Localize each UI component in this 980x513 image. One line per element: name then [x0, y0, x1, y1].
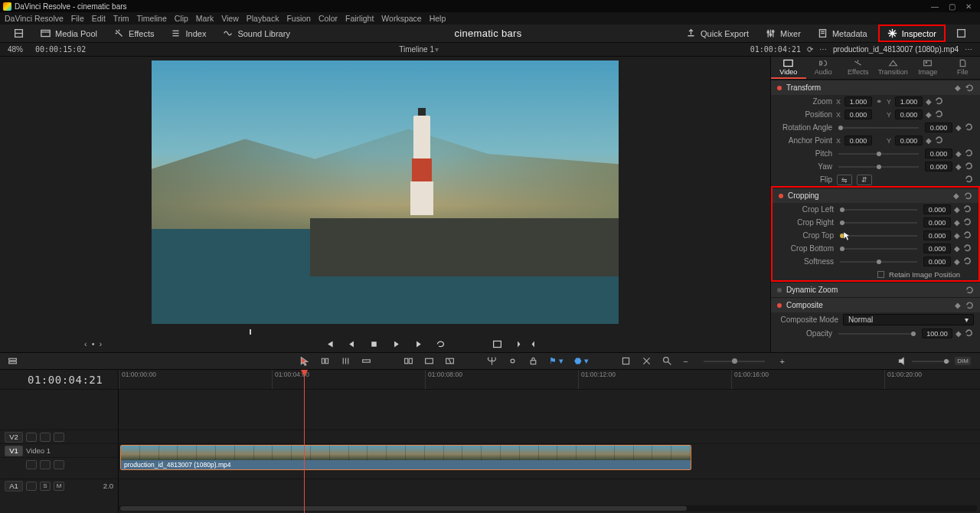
next-marker-icon[interactable]: › — [100, 339, 103, 348]
metadata-button[interactable]: Metadata — [812, 26, 874, 41]
menu-clip[interactable]: Clip — [175, 14, 188, 23]
marker-dot-icon[interactable]: • — [92, 339, 95, 348]
lock-icon[interactable] — [26, 433, 37, 442]
index-button[interactable]: Index — [165, 26, 212, 41]
reset-icon[interactable] — [963, 204, 972, 213]
rotation-slider[interactable] — [838, 127, 919, 129]
link-tool[interactable] — [508, 356, 518, 366]
enable-dot-icon[interactable] — [777, 303, 782, 308]
trim-tool[interactable] — [320, 356, 330, 366]
keyframe-icon[interactable]: ◆ — [955, 301, 961, 309]
reset-icon[interactable] — [965, 83, 974, 92]
viewer-video[interactable] — [152, 60, 619, 324]
keyframe-icon[interactable]: ◆ — [926, 97, 932, 106]
section-composite[interactable]: Composite ◆ — [771, 297, 980, 312]
inspector-button[interactable]: Inspector — [878, 25, 946, 42]
section-transform[interactable]: Transform ◆ — [771, 80, 980, 95]
keyframe-icon[interactable]: ◆ — [954, 257, 960, 266]
crop-left-input[interactable]: 0.000 — [923, 204, 951, 214]
layout-toggle[interactable] — [8, 26, 30, 41]
track-v1-icons[interactable] — [0, 457, 118, 471]
lock-icon[interactable] — [26, 482, 37, 491]
zoom-y-input[interactable]: 1.000 — [895, 96, 923, 106]
keyframe-icon[interactable]: ◆ — [953, 191, 959, 200]
tab-file[interactable]: File — [946, 57, 981, 79]
prev-frame-button[interactable] — [347, 339, 357, 349]
flip-v-button[interactable]: ⇵ — [857, 175, 872, 185]
arrow-tool[interactable] — [299, 356, 309, 366]
loop-button[interactable] — [436, 339, 446, 349]
dynamic-trim-tool[interactable] — [341, 356, 351, 366]
composite-mode-select[interactable]: Normal▾ — [843, 314, 974, 325]
menu-playback[interactable]: Playback — [247, 14, 279, 23]
prev-marker-icon[interactable]: ‹ — [84, 339, 87, 348]
crop-left-slider[interactable] — [840, 209, 917, 211]
link-icon[interactable]: ⚭ — [875, 97, 883, 106]
menu-fusion[interactable]: Fusion — [286, 14, 311, 23]
opacity-slider[interactable] — [838, 333, 916, 335]
menu-help[interactable]: Help — [430, 14, 446, 23]
next-frame-button[interactable] — [413, 339, 423, 349]
tab-image[interactable]: Image — [910, 57, 946, 79]
blade-tool[interactable] — [361, 356, 371, 366]
lock-icon[interactable] — [26, 460, 37, 469]
menu-edit[interactable]: Edit — [92, 14, 106, 23]
chevron-down-icon[interactable]: ▾ — [435, 45, 439, 54]
menu-file[interactable]: File — [71, 14, 84, 23]
match-frame-icon[interactable] — [492, 339, 502, 349]
viewer-scrubber[interactable] — [0, 328, 770, 335]
visible-icon[interactable] — [54, 433, 64, 442]
rotation-input[interactable]: 0.000 — [925, 123, 952, 132]
timeline-name[interactable]: Timeline 1 — [399, 45, 434, 54]
timeline-view-icon[interactable] — [8, 356, 18, 366]
razor-tool[interactable] — [487, 356, 497, 366]
keyframe-icon[interactable]: ◆ — [954, 218, 960, 227]
expand-button[interactable] — [950, 26, 972, 41]
section-dynamic-zoom[interactable]: Dynamic Zoom — [771, 282, 980, 297]
mute-button[interactable]: M — [54, 482, 64, 491]
zoom-out-icon[interactable]: − — [683, 357, 688, 366]
keyframe-icon[interactable]: ◆ — [955, 83, 961, 92]
position-x-input[interactable]: 0.000 — [844, 109, 872, 119]
reset-icon[interactable] — [963, 230, 972, 239]
reset-icon[interactable] — [935, 109, 943, 118]
anchor-x-input[interactable]: 0.000 — [844, 136, 872, 145]
enable-dot-icon[interactable] — [777, 86, 782, 90]
keyframe-icon[interactable]: ◆ — [954, 244, 960, 253]
menu-workspace[interactable]: Workspace — [381, 14, 421, 23]
panel-options-icon[interactable]: ⋯ — [965, 45, 972, 54]
keyframe-icon[interactable]: ◆ — [926, 110, 932, 119]
keyframe-icon[interactable]: ◆ — [926, 136, 932, 145]
visible-icon[interactable] — [54, 460, 64, 469]
volume-slider[interactable] — [912, 361, 950, 362]
media-pool-button[interactable]: Media Pool — [34, 26, 103, 41]
pitch-input[interactable]: 0.000 — [925, 149, 952, 158]
video-clip[interactable]: production_id_4813007 (1080p).mp4 — [120, 445, 691, 470]
menu-color[interactable]: Color — [318, 14, 338, 23]
menu-mark[interactable]: Mark — [196, 14, 214, 23]
track-a1-lane[interactable] — [119, 479, 980, 492]
crop-top-input[interactable]: 0.000 — [923, 230, 951, 240]
menu-davinci[interactable]: DaVinci Resolve — [5, 14, 64, 23]
position-lock-tool[interactable] — [662, 356, 672, 366]
timeline-scrollbar[interactable] — [119, 505, 977, 511]
anchor-y-input[interactable]: 0.000 — [895, 136, 923, 145]
minimize-button[interactable]: — — [926, 2, 943, 11]
reset-icon[interactable] — [965, 162, 973, 170]
reset-icon[interactable] — [963, 256, 972, 265]
dim-button[interactable]: DIM — [955, 357, 971, 365]
menu-view[interactable]: View — [221, 14, 239, 23]
position-y-input[interactable]: 0.000 — [895, 109, 923, 119]
track-v1-header[interactable]: V1 Video 1 — [0, 443, 118, 457]
enable-dot-icon[interactable] — [777, 288, 782, 292]
reset-icon[interactable] — [963, 217, 972, 226]
opacity-input[interactable]: 100.00 — [922, 328, 952, 338]
flag-tool[interactable]: ⚑ ▾ — [549, 356, 564, 366]
options-icon[interactable]: ⋯ — [819, 45, 827, 54]
mixer-button[interactable]: Mixer — [760, 26, 807, 41]
yaw-slider[interactable] — [838, 166, 919, 168]
softness-slider[interactable] — [840, 261, 917, 263]
in-out-icon[interactable] — [511, 339, 521, 349]
first-frame-button[interactable] — [325, 339, 335, 349]
crop-bottom-input[interactable]: 0.000 — [923, 243, 951, 253]
